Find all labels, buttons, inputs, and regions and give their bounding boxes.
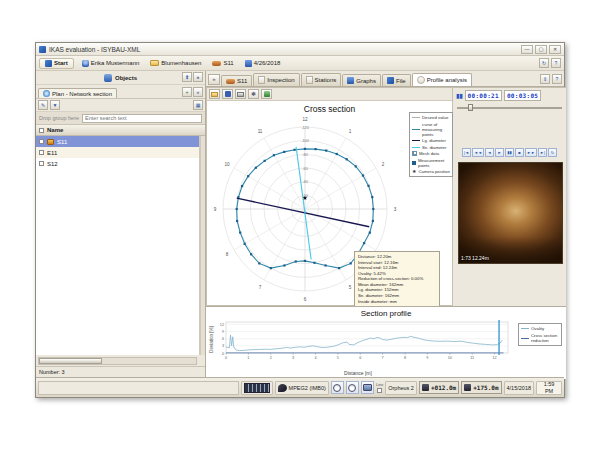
filter-icon[interactable]: ▼ (50, 100, 60, 110)
step-back-button[interactable]: ◄ (485, 148, 494, 157)
skip-start-button[interactable]: |◄ (462, 148, 471, 157)
objects-panel-header: Objects ⇕ » (36, 71, 205, 85)
pause-button[interactable]: ▮▮ (505, 148, 514, 157)
row-checkbox[interactable] (39, 139, 44, 144)
pause-icon: ▮▮ (456, 92, 463, 99)
open-button[interactable] (209, 89, 220, 99)
section-profile-chart[interactable]: 0369120123456789101112 (210, 319, 560, 367)
tab-inspection[interactable]: Inspection (253, 73, 299, 86)
legend-item: Cross section reduction (521, 333, 559, 343)
svg-text:6: 6 (222, 337, 224, 341)
pipe-icon (212, 61, 221, 66)
start-icon (45, 60, 52, 67)
search-input[interactable] (82, 114, 202, 123)
monitor-icon (363, 384, 372, 391)
open-icon (211, 92, 218, 97)
filter-edit-icon[interactable]: ✎ (38, 100, 48, 110)
tab-plan-network-section[interactable]: Plan - Network section (38, 88, 117, 98)
list-item-s12[interactable]: S12 (36, 158, 199, 169)
start-tab[interactable]: Start (39, 58, 74, 69)
video-seek-slider[interactable] (457, 104, 562, 111)
slider-thumb[interactable] (468, 104, 473, 111)
row-checkbox[interactable] (39, 161, 44, 166)
list-item-s11[interactable]: S11 (36, 136, 199, 147)
line-swatch (521, 338, 529, 339)
ribbon-item-date[interactable]: 4/26/2018 (242, 59, 284, 68)
star-swatch: ★ (412, 169, 416, 174)
list-item-e11[interactable]: E11 (36, 147, 199, 158)
svg-text:11: 11 (470, 356, 474, 360)
tab-profile-analysis[interactable]: Profile analysis (412, 73, 472, 86)
svg-text:3: 3 (222, 344, 224, 348)
object-list: S11 E11 S12 (36, 136, 200, 355)
pin-icon[interactable]: ⇕ (540, 74, 550, 84)
svg-text:11: 11 (258, 129, 263, 134)
cross-section-legend: Desired value curve of measuring points … (409, 112, 453, 177)
objects-icon (104, 74, 112, 82)
svg-text:9: 9 (426, 356, 428, 360)
print-button[interactable] (235, 89, 246, 99)
video-position-overlay: 1:73 12.24m (461, 255, 489, 261)
monitor-button[interactable] (361, 381, 374, 394)
refresh-icon[interactable]: ↻ (539, 58, 549, 68)
line-swatch (412, 129, 420, 130)
gauge-button-2[interactable] (346, 381, 359, 394)
chart-icon (347, 77, 354, 84)
play-button[interactable]: ► (495, 148, 504, 157)
gauge-button-1[interactable] (331, 381, 344, 394)
app-window: IKAS evaluation - ISYBAU-XML — ▢ ✕ Start… (35, 42, 565, 398)
app-icon (39, 46, 46, 53)
objects-filter-toolbar: ✎ ▼ ▦ (36, 99, 205, 112)
loop-button[interactable]: ↻ (548, 148, 557, 157)
ribbon-item-project[interactable]: Blumenhausen (147, 59, 204, 67)
linv-toggle[interactable]: Linv (376, 383, 383, 393)
row-checkbox[interactable] (39, 150, 44, 155)
minimize-button[interactable]: — (521, 45, 533, 54)
linv-checkbox[interactable] (377, 388, 382, 393)
settings-button[interactable]: ✱ (248, 89, 259, 99)
pin-icon[interactable]: ⇕ (182, 72, 192, 82)
fast-forward-button[interactable]: ►► (525, 148, 537, 157)
tab-stations[interactable]: Stations (301, 73, 342, 86)
pipe-section-icon (47, 139, 54, 145)
scrollbar-thumb[interactable] (39, 358, 102, 364)
ribbon-item-operator[interactable]: Erika Mustermann (79, 59, 143, 68)
inspection-video-frame[interactable]: 1:73 12.24m (458, 162, 563, 264)
stop-button[interactable]: ■ (515, 148, 524, 157)
chart-toolbar: ✱ (207, 88, 452, 101)
skip-end-button[interactable]: ►| (538, 148, 547, 157)
horizontal-scrollbar[interactable] (38, 357, 197, 365)
filmstrip-icon (244, 383, 270, 393)
svg-text:2: 2 (382, 162, 385, 167)
grid-view-icon[interactable]: ▦ (193, 100, 203, 110)
maximize-button[interactable]: ▢ (535, 45, 547, 54)
ribbon-item-section[interactable]: S11 (209, 59, 236, 67)
help-icon[interactable]: ? (551, 58, 561, 68)
save-button[interactable] (222, 89, 233, 99)
column-header-row[interactable]: Name (36, 125, 205, 136)
tab-file[interactable]: File (382, 74, 411, 86)
svg-text:1: 1 (247, 356, 249, 360)
add-icon[interactable]: + (182, 87, 192, 97)
tab-graphs[interactable]: Graphs (342, 74, 381, 86)
export-button[interactable] (261, 89, 272, 99)
line-swatch (412, 117, 420, 118)
slider-track[interactable] (457, 107, 562, 109)
filmstrip-cell (241, 381, 273, 395)
rewind-button[interactable]: ◄◄ (472, 148, 484, 157)
object-count-footer: Number: 3 (36, 366, 205, 377)
help-icon[interactable]: ? (552, 74, 562, 84)
tab-overflow-button[interactable]: » (208, 74, 220, 85)
collapse-icon[interactable]: « (193, 87, 203, 97)
line-swatch (521, 328, 529, 329)
folder-icon (150, 60, 159, 66)
select-all-checkbox[interactable] (39, 128, 44, 133)
expand-icon[interactable]: » (193, 72, 203, 82)
vertical-scrollbar[interactable] (200, 136, 205, 355)
close-button[interactable]: ✕ (549, 45, 561, 54)
tab-s11[interactable]: S11 (221, 75, 252, 86)
svg-text:3: 3 (292, 356, 294, 360)
globe-icon (43, 90, 50, 97)
legend-item: Desired value (412, 115, 450, 120)
odometer-icon (422, 384, 429, 391)
